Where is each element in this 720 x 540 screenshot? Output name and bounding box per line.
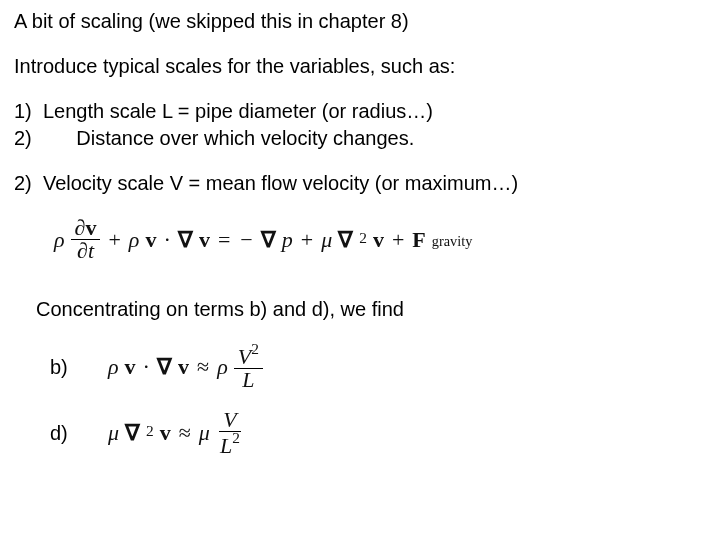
item-1-text: Length scale L = pipe diameter (or radiu… — [43, 100, 433, 122]
title-line: A bit of scaling (we skipped this in cha… — [14, 10, 706, 33]
label-d: d) — [50, 422, 80, 445]
item-2: 2) Velocity scale V = mean flow velocity… — [14, 172, 706, 195]
item-1: 1) Length scale L = pipe diameter (or ra… — [14, 100, 706, 123]
equation-d: μ∇2v ≈ μ V L2 — [108, 409, 244, 457]
page: A bit of scaling (we skipped this in cha… — [0, 0, 720, 468]
main-equation: ρ ∂v ∂t + ρv · ∇v = −∇p + μ∇2v + Fgravit… — [14, 217, 706, 262]
item-2-num: 2) — [14, 172, 32, 194]
item-1-num: 1) — [14, 100, 32, 122]
item-2-text: Velocity scale V = mean flow velocity (o… — [43, 172, 518, 194]
item-1b-text: Distance over which velocity changes. — [76, 127, 414, 149]
equation-b: ρv · ∇v ≈ ρ V2 L — [108, 343, 263, 391]
item-1b: 2) Distance over which velocity changes. — [14, 127, 706, 150]
item-1b-num: 2) — [14, 127, 32, 149]
term-d-row: d) μ∇2v ≈ μ V L2 — [14, 409, 706, 457]
intro-line: Introduce typical scales for the variabl… — [14, 55, 706, 78]
term-b-row: b) ρv · ∇v ≈ ρ V2 L — [14, 343, 706, 391]
label-b: b) — [50, 356, 80, 379]
concentrating-line: Concentrating on terms b) and d), we fin… — [14, 298, 706, 321]
